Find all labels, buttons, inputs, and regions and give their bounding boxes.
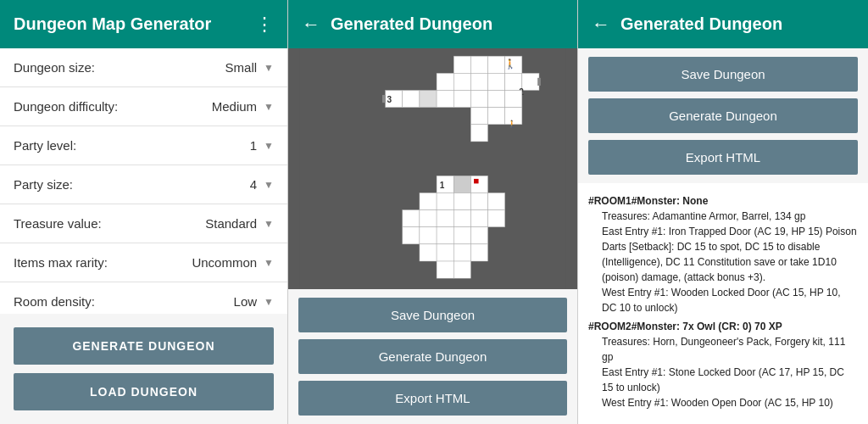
chevron-down-icon-0: ▼ <box>264 62 274 74</box>
svg-rect-8 <box>470 73 487 90</box>
settings-header: Dungeon Map Generator ⋮ <box>0 0 287 48</box>
details-generate-button[interactable]: Generate Dungeon <box>588 98 858 133</box>
setting-row-3[interactable]: Party size: 4 ▼ <box>0 165 287 204</box>
svg-rect-41 <box>437 210 453 227</box>
svg-rect-11 <box>522 73 539 90</box>
setting-value-4: Standard <box>205 216 257 231</box>
details-panel: ← Generated Dungeon Save Dungeon Generat… <box>578 0 868 424</box>
map-action-buttons: Save Dungeon Generate Dungeon Export HTM… <box>288 289 577 424</box>
settings-list: Dungeon size: Small ▼ Dungeon difficulty… <box>0 48 287 314</box>
map-back-arrow-icon[interactable]: ← <box>302 14 320 36</box>
room-1-line-1: East Entry #1: Stone Locked Door (AC 17,… <box>602 365 858 395</box>
svg-rect-35 <box>437 192 453 209</box>
setting-row-5[interactable]: Items max rarity: Uncommon ▼ <box>0 243 287 282</box>
load-dungeon-button[interactable]: LOAD DUNGEON <box>14 373 274 410</box>
svg-rect-51 <box>437 244 453 261</box>
svg-rect-17 <box>420 90 437 107</box>
room-header-0: #ROOM1#Monster: None <box>588 193 858 209</box>
svg-text:1: 1 <box>440 181 445 190</box>
map-generate-button[interactable]: Generate Dungeon <box>298 339 567 374</box>
svg-rect-53 <box>470 244 487 261</box>
details-save-button[interactable]: Save Dungeon <box>588 57 858 92</box>
settings-panel: Dungeon Map Generator ⋮ Dungeon size: Sm… <box>0 0 288 424</box>
svg-rect-13 <box>537 78 541 86</box>
svg-text:3: 3 <box>387 95 392 104</box>
svg-rect-45 <box>403 227 420 244</box>
svg-rect-25 <box>488 108 505 125</box>
chevron-down-icon-3: ▼ <box>264 179 274 191</box>
room-0-line-0: Treasures: Adamantine Armor, Barrel, 134… <box>602 209 858 224</box>
map-title: Generated Dungeon <box>331 14 492 34</box>
svg-rect-43 <box>470 210 487 227</box>
svg-rect-54 <box>437 261 453 278</box>
chevron-down-icon-1: ▼ <box>264 101 274 113</box>
setting-row-1[interactable]: Dungeon difficulty: Medium ▼ <box>0 87 287 126</box>
svg-rect-19 <box>453 90 470 107</box>
setting-value-2: 1 <box>250 138 257 153</box>
setting-value-6: Low <box>234 294 258 309</box>
generate-dungeon-button[interactable]: GENERATE DUNGEON <box>14 327 274 365</box>
svg-rect-2 <box>470 56 487 73</box>
svg-rect-9 <box>488 73 505 90</box>
setting-label-1: Dungeon difficulty: <box>14 99 212 114</box>
svg-rect-33 <box>474 179 478 183</box>
setting-row-6[interactable]: Room density: Low ▼ <box>0 282 287 314</box>
chevron-down-icon-4: ▼ <box>264 218 274 230</box>
svg-rect-22 <box>505 90 522 107</box>
svg-rect-30 <box>453 176 470 192</box>
svg-rect-40 <box>420 210 437 227</box>
svg-rect-18 <box>437 90 453 107</box>
svg-rect-49 <box>470 227 487 244</box>
svg-rect-47 <box>437 227 453 244</box>
svg-rect-50 <box>420 244 437 261</box>
svg-rect-38 <box>488 192 505 209</box>
chevron-down-icon-5: ▼ <box>264 257 274 269</box>
dungeon-map-canvas: 🚶 2 3 <box>288 48 577 289</box>
svg-rect-3 <box>488 56 505 73</box>
svg-rect-37 <box>470 192 487 209</box>
setting-row-4[interactable]: Treasure value: Standard ▼ <box>0 204 287 243</box>
chevron-down-icon-2: ▼ <box>264 140 274 152</box>
room-1-line-2: West Entry #1: Wooden Open Door (AC 15, … <box>602 395 858 410</box>
details-title: Generated Dungeon <box>620 14 782 34</box>
map-save-button[interactable]: Save Dungeon <box>298 298 567 332</box>
setting-label-3: Party size: <box>14 177 250 192</box>
svg-rect-44 <box>488 210 505 227</box>
setting-row-2[interactable]: Party level: 1 ▼ <box>0 126 287 165</box>
setting-label-5: Items max rarity: <box>14 255 192 270</box>
svg-rect-6 <box>437 73 453 90</box>
details-action-buttons: Save Dungeon Generate Dungeon Export HTM… <box>578 48 868 183</box>
setting-label-2: Party level: <box>14 138 250 153</box>
details-back-arrow-icon[interactable]: ← <box>592 14 610 36</box>
svg-rect-48 <box>453 227 470 244</box>
details-export-button[interactable]: Export HTML <box>588 140 858 175</box>
setting-label-0: Dungeon size: <box>14 60 225 75</box>
map-panel: ← Generated Dungeon 🚶 2 <box>288 0 578 424</box>
svg-rect-34 <box>420 192 437 209</box>
map-header: ← Generated Dungeon <box>288 0 577 48</box>
svg-rect-23 <box>382 95 386 103</box>
details-header: ← Generated Dungeon <box>578 0 868 48</box>
svg-rect-1 <box>453 56 470 73</box>
svg-rect-55 <box>453 261 470 278</box>
setting-row-0[interactable]: Dungeon size: Small ▼ <box>0 48 287 87</box>
details-text-area[interactable]: #ROOM1#Monster: NoneTreasures: Adamantin… <box>578 183 868 424</box>
settings-buttons: GENERATE DUNGEON LOAD DUNGEON <box>0 314 287 424</box>
svg-rect-24 <box>470 108 487 125</box>
svg-rect-21 <box>488 90 505 107</box>
menu-dots-icon[interactable]: ⋮ <box>255 14 274 36</box>
room-1-line-0: Treasures: Horn, Dungeoneer's Pack, Forg… <box>602 334 858 365</box>
setting-value-0: Small <box>225 60 258 75</box>
room-header-1: #ROOM2#Monster: 7x Owl (CR: 0) 70 XP <box>588 319 858 334</box>
settings-title: Dungeon Map Generator <box>14 14 211 34</box>
setting-value-3: 4 <box>250 177 257 192</box>
svg-rect-42 <box>453 210 470 227</box>
svg-text:🚶: 🚶 <box>508 120 517 129</box>
map-export-button[interactable]: Export HTML <box>298 381 567 416</box>
svg-rect-52 <box>453 244 470 261</box>
room-0-line-2: West Entry #1: Wooden Locked Door (AC 15… <box>602 285 858 315</box>
setting-label-6: Room density: <box>14 294 234 309</box>
svg-rect-15 <box>403 90 420 107</box>
dungeon-map-svg: 🚶 2 3 <box>288 48 577 289</box>
room-0-line-1: East Entry #1: Iron Trapped Door (AC 19,… <box>602 224 858 285</box>
